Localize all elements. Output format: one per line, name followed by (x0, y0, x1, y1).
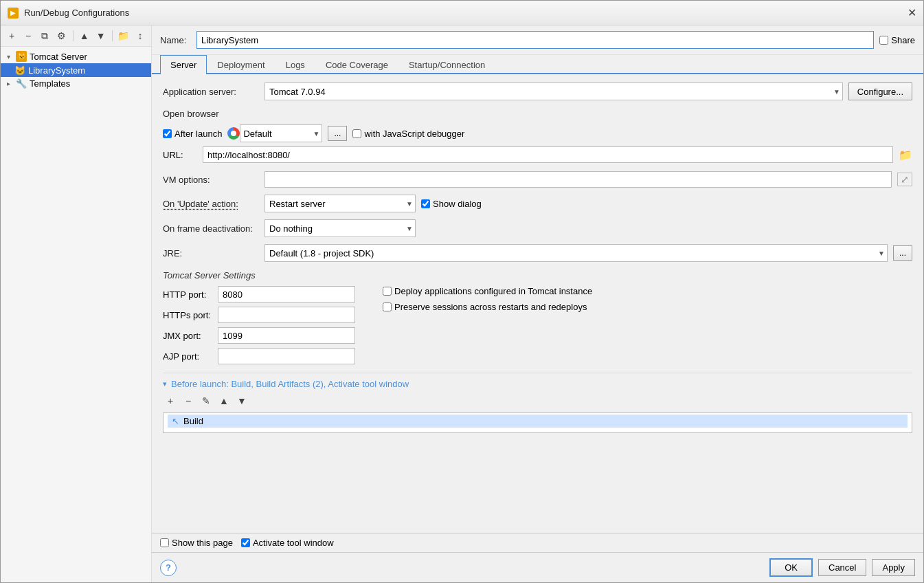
configure-button[interactable]: Configure... (848, 82, 912, 100)
footer-row: Show this page Activate tool window (152, 533, 923, 552)
tab-content: Application server: Tomcat 7.0.94 ▼ Conf… (152, 74, 923, 533)
bottom-buttons: ? OK Cancel Apply (152, 552, 923, 582)
right-options: Deploy applications configured in Tomcat… (383, 286, 592, 364)
templates-label: Templates (30, 78, 70, 89)
close-button[interactable]: ✕ (908, 8, 916, 19)
toolbar-separator-2 (112, 30, 113, 41)
server-settings-section: Tomcat Server Settings HTTP port: HTTPs … (163, 270, 912, 364)
tree-item-templates[interactable]: ▸ 🔧 Templates (1, 77, 151, 90)
before-launch-edit-btn[interactable]: ✎ (199, 393, 214, 408)
copy-config-button[interactable]: ⧉ (38, 28, 52, 43)
jmx-port-input[interactable] (218, 327, 355, 344)
settings-columns: HTTP port: HTTPs port: JMX port: AJP por… (163, 286, 912, 364)
library-run-icon: 🐱 (14, 65, 25, 76)
name-row: Name: Share (152, 25, 923, 55)
after-launch-checkbox[interactable] (163, 129, 172, 138)
show-page-checkbox[interactable] (160, 538, 169, 547)
chrome-icon (227, 127, 240, 140)
tab-deployment[interactable]: Deployment (207, 55, 275, 74)
cancel-button[interactable]: Cancel (818, 559, 866, 576)
js-debugger-label[interactable]: with JavaScript debugger (352, 129, 464, 139)
deploy-apps-label[interactable]: Deploy applications configured in Tomcat… (383, 286, 592, 296)
left-panel: + − ⧉ ⚙ ▲ ▼ 📁 ↕ ▾ 🐱 Tomcat Server (1, 25, 152, 582)
on-update-select[interactable]: Restart server (264, 195, 416, 212)
open-browser-row: After launch Default ▼ ... with (163, 124, 912, 142)
preserve-sessions-label[interactable]: Preserve sessions across restarts and re… (383, 302, 592, 312)
deploy-apps-checkbox[interactable] (383, 287, 392, 296)
up-config-button[interactable]: ▲ (77, 28, 91, 43)
build-list-item[interactable]: ↖ Build (168, 415, 908, 428)
open-browser-header: Open browser (163, 109, 912, 119)
tabs-bar: Server Deployment Logs Code Coverage Sta… (152, 55, 923, 74)
url-folder-icon[interactable]: 📁 (899, 148, 912, 162)
browser-select-wrapper: Default ▼ (227, 124, 322, 142)
browser-dots-button[interactable]: ... (328, 126, 347, 141)
left-toolbar: + − ⧉ ⚙ ▲ ▼ 📁 ↕ (1, 25, 151, 47)
tree-item-tomcat[interactable]: ▾ 🐱 Tomcat Server (1, 50, 151, 63)
https-port-input[interactable] (218, 307, 355, 323)
before-launch-toolbar: + − ✎ ▲ ▼ (163, 393, 912, 408)
name-label: Name: (160, 35, 191, 45)
jre-select[interactable]: Default (1.8 - project SDK) (264, 244, 888, 262)
folder-config-button[interactable]: 📁 (117, 28, 131, 43)
tab-startup[interactable]: Startup/Connection (398, 55, 495, 74)
on-deactivation-row: On frame deactivation: Do nothing ▼ (163, 219, 912, 237)
show-dialog-label[interactable]: Show dialog (421, 199, 482, 209)
sort-config-button[interactable]: ↕ (133, 28, 147, 43)
tab-logs[interactable]: Logs (275, 55, 315, 74)
templates-icon: 🔧 (16, 78, 27, 89)
ok-button[interactable]: OK (769, 558, 813, 577)
before-launch-down-btn[interactable]: ▼ (234, 393, 249, 408)
apply-button[interactable]: Apply (872, 559, 915, 576)
on-deactivation-select[interactable]: Do nothing (264, 219, 416, 237)
http-port-label: HTTP port: (163, 289, 211, 300)
after-launch-text: After launch (174, 129, 222, 139)
app-server-select-wrapper: Tomcat 7.0.94 ▼ (264, 82, 843, 100)
name-input[interactable] (196, 31, 874, 49)
app-server-select[interactable]: Tomcat 7.0.94 (264, 82, 843, 100)
settings-config-button[interactable]: ⚙ (54, 28, 68, 43)
http-port-input[interactable] (218, 286, 355, 302)
show-dialog-checkbox[interactable] (421, 199, 430, 208)
build-arrow-icon: ↖ (172, 416, 179, 426)
before-launch-header-text: Before launch: Build, Build Artifacts (2… (171, 379, 409, 389)
activate-window-checkbox[interactable] (241, 538, 250, 547)
after-launch-label[interactable]: After launch (163, 129, 222, 139)
on-deactivation-select-wrapper: Do nothing ▼ (264, 219, 416, 237)
help-button[interactable]: ? (160, 560, 177, 576)
url-label: URL: (163, 150, 197, 160)
jre-label: JRE: (163, 248, 259, 258)
before-launch-header[interactable]: ▾ Before launch: Build, Build Artifacts … (163, 379, 912, 389)
down-config-button[interactable]: ▼ (94, 28, 108, 43)
vm-expand-button[interactable]: ⤢ (897, 173, 912, 186)
before-launch-add-btn[interactable]: + (163, 393, 178, 408)
before-launch-remove-btn[interactable]: − (181, 393, 196, 408)
activate-window-label[interactable]: Activate tool window (241, 538, 334, 548)
js-debugger-checkbox[interactable] (352, 129, 361, 138)
activate-window-text: Activate tool window (253, 538, 334, 548)
remove-config-button[interactable]: − (21, 28, 35, 43)
show-page-label[interactable]: Show this page (160, 538, 233, 548)
tab-code-coverage[interactable]: Code Coverage (315, 55, 398, 74)
vm-options-input[interactable] (264, 171, 892, 188)
jre-dots-button[interactable]: ... (893, 245, 912, 261)
server-settings-title: Tomcat Server Settings (163, 270, 912, 280)
jre-row: JRE: Default (1.8 - project SDK) ▼ ... (163, 244, 912, 262)
preserve-sessions-checkbox[interactable] (383, 302, 392, 311)
run-debug-dialog: ▶ Run/Debug Configurations ✕ + − ⧉ ⚙ ▲ ▼… (0, 0, 924, 583)
add-config-button[interactable]: + (5, 28, 19, 43)
ports-column: HTTP port: HTTPs port: JMX port: AJP por… (163, 286, 355, 364)
browser-select[interactable]: Default (240, 124, 322, 142)
ajp-port-input[interactable] (218, 348, 355, 364)
dialog-title: Run/Debug Configurations (24, 8, 129, 18)
before-launch-up-btn[interactable]: ▲ (216, 393, 232, 408)
vm-options-label: VM options: (163, 175, 259, 185)
share-checkbox[interactable] (879, 36, 888, 45)
url-input[interactable] (203, 146, 893, 163)
show-page-text: Show this page (172, 538, 233, 548)
on-update-row: On 'Update' action: Restart server ▼ Sho… (163, 195, 912, 212)
js-debugger-text: with JavaScript debugger (364, 129, 464, 139)
tree-item-library[interactable]: 🐱 LibrarySystem (1, 63, 151, 77)
before-launch-list: ↖ Build (163, 412, 912, 433)
tab-server[interactable]: Server (160, 55, 207, 74)
